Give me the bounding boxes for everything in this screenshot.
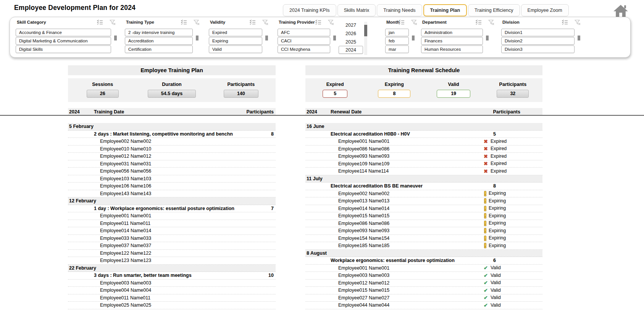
tab-training-needs[interactable]: Training Needs	[377, 4, 422, 16]
slicer-division-item[interactable]: Division2	[501, 37, 575, 45]
slicer-training-provider-item[interactable]: CACI	[278, 37, 330, 45]
slicer-validity-title: Validity	[210, 20, 225, 24]
tab-employee-zoom[interactable]: Employee Zoom	[521, 4, 569, 16]
slicer-department-item[interactable]: Administration	[421, 29, 483, 36]
status-label: Expiring	[489, 220, 506, 227]
freeze-pane-divider	[0, 115, 644, 116]
session-title: Electrical accreditation BS BE maneuver	[331, 183, 423, 189]
tab-training-efficiency[interactable]: Training Efficiency	[468, 4, 520, 16]
table-row-employee: Employee013 Name013Expiring	[305, 197, 542, 205]
slicer-department-scrollbar[interactable]	[486, 36, 489, 40]
slicer-training-type-scrollbar[interactable]	[196, 36, 199, 40]
multi-select-icon[interactable]	[398, 19, 405, 26]
employee-name: Employee003 Name003	[338, 273, 389, 278]
session-participants: 10	[268, 272, 274, 279]
kpi-strip: Expired5Expiring8Valid19Participants32	[305, 78, 542, 102]
slicer-month-scrollbar[interactable]	[412, 36, 415, 40]
slicer-validity-item[interactable]: Expiring	[209, 37, 262, 45]
status-label: Valid	[491, 302, 501, 309]
slicer-training-provider-scrollbar[interactable]	[333, 36, 336, 40]
slicer-validity-item[interactable]: Valid	[209, 45, 262, 53]
multi-select-icon[interactable]	[315, 19, 321, 26]
kpi-label: Participants	[228, 82, 255, 87]
filter-panel: Skill CategoryAccounting & FinanceDigita…	[10, 17, 631, 58]
employee-name: Employee093 Name093	[338, 228, 389, 233]
slicer-month-item[interactable]: mar	[385, 45, 409, 53]
clear-filter-icon[interactable]	[575, 19, 581, 27]
slicer-skill-category-item[interactable]: Digital Skills	[16, 45, 111, 53]
employee-name: Employee003 Name003	[100, 280, 151, 286]
status-cell: ✖Expired	[484, 145, 507, 153]
employee-name: Employee011 Name011	[100, 295, 150, 301]
table-row-employee: Employee027 Name027✔Valid	[305, 294, 542, 302]
slicer-validity-item[interactable]: Expired	[209, 29, 262, 36]
date-column-label: Renewal Date	[331, 108, 362, 116]
clear-filter-icon[interactable]	[411, 19, 417, 27]
slicer-training-provider-item[interactable]: AFC	[278, 29, 330, 36]
status-label: Expired	[491, 145, 507, 152]
slicer-skill-category-title: Skill Category	[17, 20, 46, 24]
employee-name: Employee154 Name154	[338, 236, 389, 241]
multi-select-icon[interactable]	[97, 19, 103, 26]
slicer-year-item[interactable]: 2027	[339, 21, 363, 29]
slicer-month-item[interactable]: jan	[385, 29, 409, 36]
slicer-training-type-item[interactable]: 2 -day intensive training	[125, 29, 193, 36]
employee-name: Employee114 Name114	[338, 168, 389, 174]
slicer-department-item[interactable]: Finances	[421, 37, 483, 45]
kpi-label: Participants	[499, 82, 527, 87]
kpi-expiring: Expiring8	[365, 78, 424, 102]
kpi-strip: Sessions26Duration54.5 daysParticipants1…	[68, 78, 276, 102]
status-cell: ✔Valid	[484, 265, 501, 272]
clear-filter-icon[interactable]	[488, 19, 494, 27]
slicer-training-provider-title: Training Provider	[279, 20, 315, 24]
slicer-year-item[interactable]: 2026	[339, 30, 363, 38]
slicer-validity-scrollbar[interactable]	[265, 36, 268, 40]
multi-select-icon[interactable]	[562, 19, 568, 26]
status-label: Expiring	[489, 242, 506, 249]
slicer-year-item[interactable]: 2025	[339, 38, 363, 46]
table-row-date: 8 August	[305, 250, 542, 257]
slicer-training-type-item[interactable]: Accreditation	[125, 37, 193, 45]
slicer-training-type-item[interactable]: Certification	[125, 45, 193, 53]
tab-skills-matrix[interactable]: Skills Matrix	[337, 4, 376, 16]
table-row-employee: Employee002 Name002	[68, 138, 276, 145]
status-cell: ✖Expired	[484, 160, 507, 168]
year-scrollbar-thumb[interactable]	[364, 25, 367, 36]
slicer-skill-category-item[interactable]: Digital Marketing & Communication	[16, 37, 111, 45]
clear-filter-icon[interactable]	[262, 19, 268, 27]
session-title: 1 day : Workplace ergonomics: essential …	[94, 206, 234, 211]
table-row-employee: Employee012 Name012	[68, 153, 276, 160]
table-row-employee: Employee002 Name002Expiring	[305, 190, 542, 198]
table-row-session: Electrical accreditation BS BE maneuver8	[305, 183, 542, 190]
slicer-year-item-selected[interactable]: 2024	[339, 46, 363, 54]
status-label: Expired	[491, 168, 507, 175]
kpi-value: 54.5 days	[148, 90, 196, 98]
slicer-department-item[interactable]: Human Resources	[421, 45, 483, 53]
employee-name: Employee012 Name012	[100, 154, 151, 159]
slicer-skill-category-scrollbar[interactable]	[114, 36, 117, 40]
multi-select-icon[interactable]	[249, 19, 256, 26]
table-row-employee: Employee010 Name010	[68, 145, 276, 153]
tab-training-plan[interactable]: Training Plan	[423, 4, 467, 16]
slicer-skill-category-item[interactable]: Accounting & Finance	[16, 29, 111, 36]
session-participants: 7	[271, 205, 274, 212]
clear-filter-icon[interactable]	[110, 19, 116, 27]
slicer-division-scrollbar[interactable]	[578, 36, 580, 40]
status-label: Expired	[491, 138, 507, 145]
multi-select-icon[interactable]	[475, 19, 482, 26]
clear-filter-icon[interactable]	[328, 19, 334, 27]
home-icon[interactable]	[612, 3, 630, 18]
slicer-month-item[interactable]: feb	[385, 37, 409, 45]
employee-name: Employee185 Name185	[338, 243, 389, 248]
slicer-division-item[interactable]: Division3	[501, 45, 575, 53]
kpi-label: Duration	[162, 82, 181, 87]
multi-select-icon[interactable]	[181, 19, 187, 26]
tab-2024-training-kpis[interactable]: 2024 Training KPIs	[283, 4, 336, 16]
table-row-date: 12 February	[68, 197, 276, 205]
slicer-division-item[interactable]: Division1	[501, 29, 575, 36]
slicer-training-provider-item[interactable]: CCI Mezghena	[278, 45, 330, 53]
clear-filter-icon[interactable]	[194, 19, 200, 27]
expiring-icon	[484, 213, 486, 218]
table-header: 2024Training DateParticipants	[68, 108, 276, 116]
table-row-employee: Employee185 Name185Expiring	[305, 242, 542, 250]
